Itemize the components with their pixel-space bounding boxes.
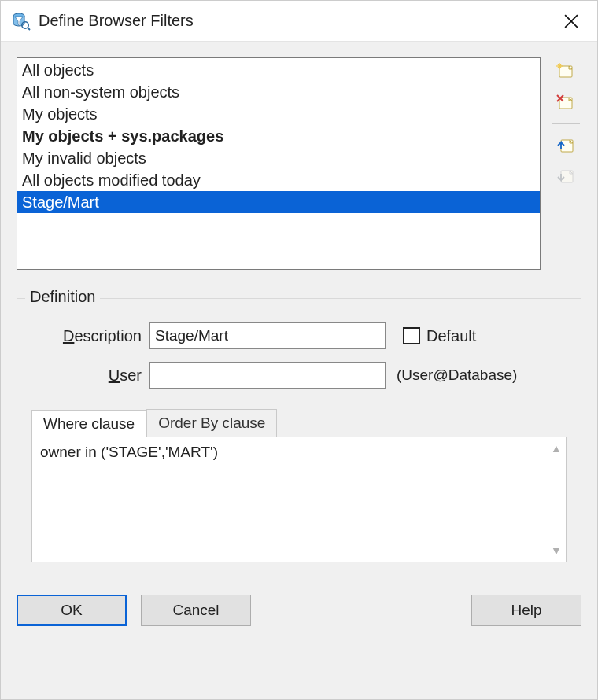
where-clause-textarea[interactable] [32,437,547,562]
move-up-button[interactable] [552,132,580,159]
checkbox-icon [403,327,420,344]
definition-groupbox: Definition Description Default User (Use… [17,298,581,577]
textarea-scrollbar[interactable]: ▲ ▼ [547,437,566,562]
filter-list-item[interactable]: Stage/Mart [17,191,540,213]
close-button[interactable] [553,6,589,37]
filter-list-item[interactable]: All objects modified today [17,169,540,191]
ok-button[interactable]: OK [17,595,127,626]
toolbar-separator [552,123,580,124]
tab-where-clause[interactable]: Where clause [31,410,146,437]
delete-filter-button[interactable] [552,89,580,116]
user-input[interactable] [150,362,386,389]
delete-note-icon [556,93,576,112]
dialog-define-browser-filters: Define Browser Filters All objectsAll no… [0,0,598,700]
filter-db-icon [12,12,31,31]
filter-list-item[interactable]: My objects [17,103,540,125]
scroll-down-icon: ▼ [547,544,566,557]
help-button[interactable]: Help [471,595,581,626]
new-note-icon [556,61,576,80]
dialog-button-row: OK Cancel Help [17,595,581,626]
clause-editor-panel: ▲ ▼ [31,437,567,562]
user-label: User [31,367,150,385]
group-label: Definition [25,288,100,306]
filter-list-item[interactable]: My objects + sys.packages [17,125,540,147]
default-checkbox[interactable]: Default [403,327,476,345]
close-icon [564,14,578,28]
tab-order-by-clause[interactable]: Order By clause [146,409,277,437]
new-filter-button[interactable] [552,57,580,84]
user-hint: (User@Database) [397,367,517,384]
cancel-button[interactable]: Cancel [141,595,251,626]
page-up-icon [556,136,576,155]
dialog-title: Define Browser Filters [39,12,553,30]
description-label: Description [31,327,150,345]
filter-toolbar [550,57,581,190]
scroll-up-icon: ▲ [547,442,566,455]
clause-tabs: Where clause Order By clause [31,409,567,437]
filter-list-item[interactable]: All non-system objects [17,81,540,103]
page-down-icon [556,168,576,186]
default-label: Default [426,327,476,345]
filter-list-item[interactable]: All objects [17,59,540,81]
description-input[interactable] [150,322,386,349]
client-area: All objectsAll non-system objectsMy obje… [1,42,597,699]
filter-list-item[interactable]: My invalid objects [17,147,540,169]
svg-line-2 [28,28,30,30]
move-down-button[interactable] [552,164,580,190]
filter-list[interactable]: All objectsAll non-system objectsMy obje… [17,57,541,270]
titlebar: Define Browser Filters [1,1,597,42]
